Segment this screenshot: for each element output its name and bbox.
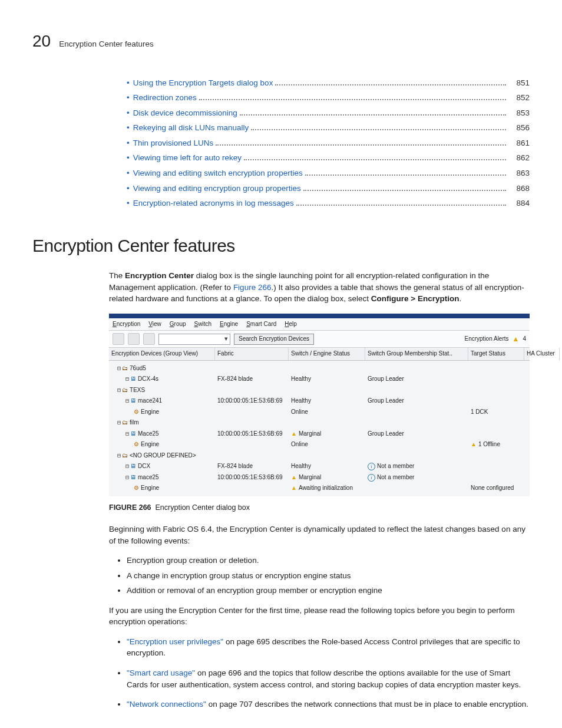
table-row[interactable]: ⊟🖥DCXFX-824 bladeHealthyiNot a member — [109, 461, 530, 472]
toc-page: 853 — [508, 107, 530, 119]
menu-item[interactable]: Smart Card — [246, 320, 276, 329]
group-icon: 🗂 — [122, 365, 128, 371]
term-encryption-center: Encryption Center — [125, 271, 194, 280]
tree-toggle[interactable]: ⊟ — [117, 419, 121, 426]
table-row[interactable]: ⊟🖥DCX-4sFX-824 bladeHealthyGroup Leader — [109, 374, 530, 385]
list-item: "Encryption user privileges" on page 695… — [127, 636, 530, 659]
toc-entry[interactable]: •Thin provisioned LUNs861 — [127, 137, 530, 149]
warning-icon: ▲ — [291, 474, 297, 480]
engine-icon: ⚙ — [134, 441, 139, 447]
group-icon: 🗂 — [122, 452, 128, 459]
toc-page: 852 — [508, 92, 530, 104]
search-button[interactable]: Search Encryption Devices — [234, 334, 314, 345]
tree-toggle[interactable]: ⊟ — [117, 365, 121, 371]
paragraph-refs-lead: If you are using the Encryption Center f… — [109, 605, 530, 628]
table-row[interactable]: ⊟🗂76ud5 — [109, 363, 530, 374]
toc-page: 851 — [508, 77, 530, 89]
switch-icon: 🖥 — [130, 375, 136, 382]
encryption-alerts[interactable]: Encryption Alerts ▲ 4 — [465, 334, 527, 344]
toc-link[interactable]: Viewing and editing switch encryption pr… — [133, 167, 303, 179]
filter-dropdown[interactable] — [158, 334, 230, 345]
toc-link[interactable]: Rekeying all disk LUNs manually — [133, 122, 249, 134]
toc-link[interactable]: Using the Encryption Targets dialog box — [133, 77, 273, 89]
toc-link[interactable]: Thin provisioned LUNs — [133, 137, 214, 149]
table-row[interactable]: ⊟🖥mace24110:00:00:05:1E:53:6B:69HealthyG… — [109, 396, 530, 407]
menu-item[interactable]: Group — [170, 320, 186, 329]
table-row[interactable]: ⊟🖥mace2510:00:00:05:1E:53:6B:69▲Marginal… — [109, 472, 530, 483]
menu-bar: EncryptionViewGroupSwitchEngineSmart Car… — [109, 318, 530, 331]
toc-entry[interactable]: •Viewing and editing encryption group pr… — [127, 183, 530, 195]
toc-entry[interactable]: •Using the Encryption Targets dialog box… — [127, 77, 530, 89]
toc-page: 868 — [508, 183, 530, 195]
column-header[interactable]: Encryption Devices (Group View) — [109, 348, 215, 360]
list-item: A change in encryption group status or e… — [127, 570, 530, 582]
toc-link[interactable]: Encryption-related acronyms in log messa… — [133, 197, 294, 209]
figure-link[interactable]: Figure 266 — [233, 283, 272, 292]
tree-toggle[interactable]: ⊟ — [125, 375, 129, 382]
tree-toggle[interactable]: ⊟ — [117, 387, 121, 393]
table-row[interactable]: ⊟🗂<NO GROUP DEFINED> — [109, 450, 530, 462]
toc-entry[interactable]: •Viewing time left for auto rekey862 — [127, 152, 530, 164]
page-header: 20 Encryption Center features — [32, 29, 530, 54]
info-icon: i — [368, 463, 375, 470]
toc-entry[interactable]: •Disk device decommissioning853 — [127, 107, 530, 119]
switch-icon: 🖥 — [130, 474, 136, 480]
tree-toggle[interactable]: ⊟ — [117, 452, 121, 459]
switch-icon: 🖥 — [130, 463, 136, 469]
tree-toggle[interactable]: ⊟ — [125, 430, 129, 437]
toolbar-icon-2[interactable] — [128, 333, 140, 345]
table-row[interactable]: ⊟🗂TEXS — [109, 385, 530, 396]
reference-link[interactable]: "Network connections" — [127, 700, 206, 709]
page-number: 20 — [32, 29, 51, 54]
table-row[interactable]: ⚙EngineOnline1 DCK — [109, 407, 530, 418]
toc-entry[interactable]: •Viewing and editing switch encryption p… — [127, 167, 530, 179]
column-header[interactable]: Switch Group Membership Stat.. — [365, 348, 468, 360]
table-row[interactable]: ⊟🗂film — [109, 417, 530, 429]
table-row[interactable]: ⚙EngineOnline▲1 Offline — [109, 439, 530, 450]
table-row[interactable]: ⚙Engine▲Awaiting initializationNone conf… — [109, 483, 530, 494]
toc-page: 862 — [508, 152, 530, 164]
column-header[interactable]: HA Cluster — [524, 348, 560, 360]
engine-icon: ⚙ — [134, 485, 139, 491]
warning-icon: ▲ — [513, 334, 520, 344]
toc-entry[interactable]: •Redirection zones852 — [127, 92, 530, 104]
menu-item[interactable]: Switch — [194, 320, 211, 329]
toc-link[interactable]: Viewing and editing encryption group pro… — [133, 183, 301, 195]
toc-link[interactable]: Redirection zones — [133, 92, 197, 104]
table-row[interactable]: ⊟🖥Mace2510:00:00:05:1E:53:6B:69▲Marginal… — [109, 429, 530, 440]
menu-item[interactable]: View — [148, 320, 161, 329]
list-item: "Network connections" on page 707 descri… — [127, 699, 530, 710]
column-header[interactable]: Fabric — [215, 348, 289, 360]
running-title: Encryption Center features — [59, 38, 154, 50]
menu-item[interactable]: Engine — [220, 320, 238, 329]
toc-page: 884 — [508, 197, 530, 209]
menu-item[interactable]: Encryption — [113, 320, 140, 329]
tree-toggle[interactable]: ⊟ — [125, 474, 129, 480]
toc-link[interactable]: Disk device decommissioning — [133, 107, 237, 119]
toolbar-icon-1[interactable] — [113, 333, 124, 345]
toc-entry[interactable]: •Rekeying all disk LUNs manually856 — [127, 122, 530, 134]
group-icon: 🗂 — [122, 419, 128, 426]
toc-link[interactable]: Viewing time left for auto rekey — [133, 152, 242, 164]
list-item: Addition or removal of an encryption gro… — [127, 585, 530, 597]
intro-paragraph: The Encryption Center dialog box is the … — [109, 270, 530, 305]
column-header[interactable]: Target Status — [468, 348, 524, 360]
list-item: Encryption group creation or deletion. — [127, 555, 530, 566]
refresh-icon[interactable] — [143, 333, 155, 345]
group-icon: 🗂 — [122, 387, 128, 393]
column-header[interactable]: Switch / Engine Status — [289, 348, 365, 360]
switch-icon: 🖥 — [130, 430, 136, 437]
toc-entry[interactable]: •Encryption-related acronyms in log mess… — [127, 197, 530, 209]
reference-link[interactable]: "Encryption user privileges" — [127, 637, 223, 646]
reference-link[interactable]: "Smart card usage" — [127, 668, 195, 677]
info-icon: i — [368, 474, 375, 482]
section-heading: Encryption Center features — [32, 233, 530, 259]
toc-page: 861 — [508, 137, 530, 149]
events-list: Encryption group creation or deletion.A … — [109, 555, 530, 597]
toc-page: 856 — [508, 122, 530, 134]
tree-toggle[interactable]: ⊟ — [125, 463, 129, 469]
paragraph-events-lead: Beginning with Fabric OS 6.4, the Encryp… — [109, 523, 530, 546]
menu-item[interactable]: Help — [285, 320, 297, 329]
table-header: Encryption Devices (Group View)FabricSwi… — [109, 348, 530, 361]
tree-toggle[interactable]: ⊟ — [125, 397, 129, 404]
